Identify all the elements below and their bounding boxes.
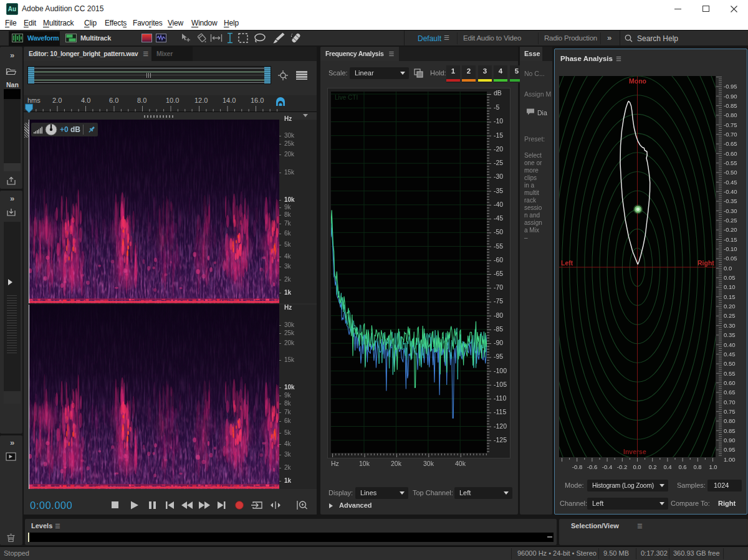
svg-text:Live CTI: Live CTI <box>335 94 358 101</box>
